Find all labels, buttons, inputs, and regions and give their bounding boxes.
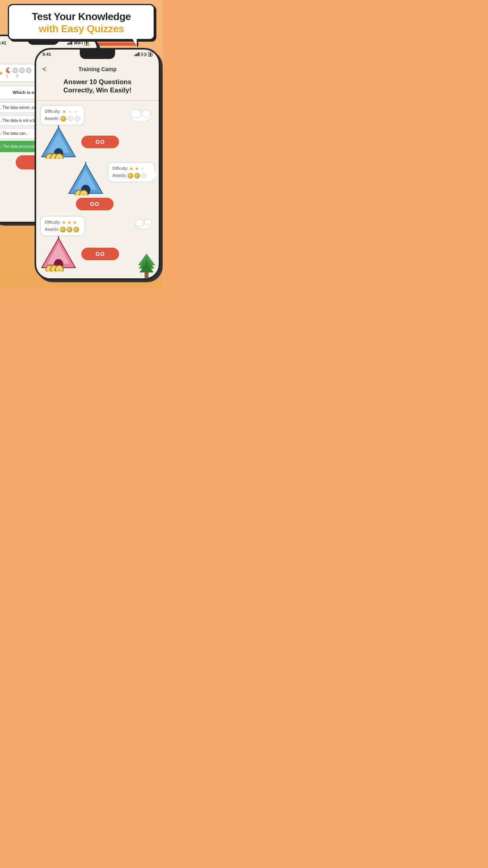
star-1-1: ★ — [62, 109, 66, 114]
header-line2: with Easy Quizzes — [16, 23, 147, 35]
front-battery-icon: ▮ — [148, 52, 152, 57]
coin-2-1 — [128, 173, 133, 178]
phone-front-status-bar: 9:41 ((·)) ▮ — [42, 52, 152, 57]
signal-bars — [67, 41, 72, 45]
header-bubble: Test Your Knowledge with Easy Quizzes — [8, 4, 155, 40]
progress-star: ★ — [0, 70, 4, 76]
awards-row-3: Awards: — [45, 227, 81, 232]
svg-text:G: G — [53, 156, 56, 159]
difficulty-label-1: Difficulty: — [45, 109, 61, 114]
wifi-icon: WiFi — [74, 40, 83, 45]
front-signal-bars — [134, 52, 139, 56]
star-1-2: ★ — [68, 109, 72, 114]
phone-back-status-icons: WiFi ▮ — [67, 40, 89, 46]
difficulty-row-1: Difficulty: ★ ★ ★ — [45, 109, 80, 114]
coin-2-2 — [134, 173, 140, 178]
front-scroll-area: Difficulty: ★ ★ ★ Awards: — [36, 101, 159, 275]
header-line1: Test Your Knowledge — [16, 11, 147, 23]
camp-row-2: Difficulty: ★ ★ ★ Awards: — [36, 159, 159, 195]
tent-blue-2: G G — [67, 162, 105, 195]
phone-back-time: 9:41 — [0, 40, 6, 45]
sparkle-deco-2: ✦ — [6, 65, 14, 76]
svg-point-1 — [130, 110, 141, 118]
svg-text:G: G — [49, 268, 51, 272]
coin-3-1 — [60, 227, 66, 232]
phone-front-time: 9:41 — [42, 52, 51, 57]
awards-label-1: Awards: — [45, 116, 59, 121]
star-2-1: ★ — [129, 166, 134, 171]
svg-text:G: G — [58, 156, 61, 159]
coin-3-2 — [67, 227, 72, 232]
tent-row-1: G G G GO — [36, 125, 159, 159]
tree-deco — [138, 254, 156, 279]
sparkle-deco: ✦ — [150, 169, 159, 182]
front-subtitle: Answer 10 QuestionsCorrectly, Win Easily… — [36, 75, 159, 101]
svg-point-22 — [135, 219, 144, 226]
front-wifi-icon: ((·)) — [141, 52, 147, 56]
phone-back-status-bar: 9:41 WiFi ▮ — [0, 40, 89, 46]
go-button-3[interactable]: GO — [81, 248, 119, 260]
go-button-2[interactable]: GO — [76, 198, 114, 210]
camp-card-3: Difficulty: ★ ★ ★ Awards: — [40, 216, 85, 236]
camp-row-1: Difficulty: ★ ★ ★ Awards: — [36, 101, 159, 125]
svg-text:G: G — [53, 268, 56, 272]
cloud-1 — [127, 105, 155, 122]
go-row-2: GO — [36, 195, 159, 213]
dot-3 — [19, 68, 25, 73]
coin-1-2 — [68, 116, 73, 121]
cloud-2 — [133, 216, 155, 231]
phone-front: 9:41 ((·)) ▮ < Training Camp Answer 10 Q… — [35, 48, 160, 280]
awards-label-3: Awards: — [45, 227, 59, 232]
camp-card-2: Difficulty: ★ ★ ★ Awards: — [108, 162, 155, 182]
svg-point-2 — [141, 110, 151, 117]
svg-text:G: G — [78, 193, 80, 195]
go-button-1[interactable]: GO — [81, 136, 119, 148]
camp-card-1: Difficulty: ★ ★ ★ Awards: — [40, 105, 85, 125]
svg-text:G: G — [49, 156, 51, 159]
awards-label-2: Awards: — [112, 173, 127, 178]
awards-row-2: Awards: — [112, 173, 150, 178]
coin-3-3 — [73, 227, 79, 232]
front-header: < Training Camp — [36, 63, 159, 75]
star-2-2: ★ — [135, 166, 139, 171]
total-num: 4 — [16, 74, 18, 78]
star-1-3: ★ — [74, 109, 78, 114]
front-back-button[interactable]: < — [42, 65, 47, 74]
header-line2-plain: with — [39, 23, 61, 35]
battery-icon: ▮ — [84, 40, 89, 46]
header-line2-highlight: Easy Quizzes — [61, 23, 124, 35]
coin-1-3 — [75, 116, 80, 121]
front-status-icons: ((·)) ▮ — [134, 52, 153, 57]
star-3-1: ★ — [62, 220, 66, 225]
star-3-3: ★ — [73, 220, 77, 225]
difficulty-label-2: Difficulty: — [112, 166, 128, 171]
camp-row-3: Difficulty: ★ ★ ★ Awards: — [36, 214, 159, 236]
front-screen-title: Training Camp — [78, 66, 116, 72]
svg-point-23 — [144, 219, 152, 225]
tent-pink-3: G G G — [40, 236, 77, 272]
coin-2-3 — [141, 173, 147, 178]
svg-text:G: G — [58, 268, 61, 272]
difficulty-row-2: Difficulty: ★ ★ ★ — [112, 166, 150, 171]
difficulty-label-3: Difficulty: — [45, 220, 61, 224]
awards-row-1: Awards: — [45, 116, 80, 121]
tent-blue-1: G G G — [40, 125, 77, 159]
svg-text:G: G — [83, 193, 85, 195]
star-3-2: ★ — [67, 220, 72, 225]
difficulty-row-3: Difficulty: ★ ★ ★ — [45, 220, 81, 225]
dot-4 — [26, 68, 31, 73]
front-screen-content: < Training Camp Answer 10 QuestionsCorre… — [36, 50, 159, 278]
star-2-3: ★ — [140, 166, 145, 171]
coin-1-1 — [61, 116, 66, 121]
